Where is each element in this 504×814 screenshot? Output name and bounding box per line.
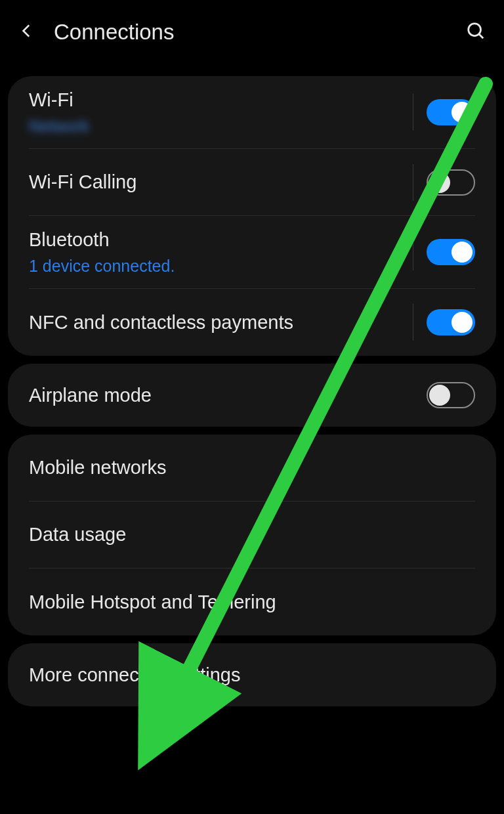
nfc-text: NFC and contactless payments xyxy=(29,311,293,335)
back-icon[interactable] xyxy=(18,22,35,42)
bluetooth-toggle[interactable] xyxy=(427,239,475,265)
airplane-label: Airplane mode xyxy=(29,383,152,408)
divider xyxy=(413,94,413,131)
mobile-networks-label: Mobile networks xyxy=(29,456,167,481)
airplane-toggle[interactable] xyxy=(427,382,475,408)
svg-point-0 xyxy=(469,24,481,36)
mobile-hotspot-text: Mobile Hotspot and Tethering xyxy=(29,590,276,615)
data-usage-row[interactable]: Data usage xyxy=(29,502,475,568)
wifi-calling-text: Wi-Fi Calling xyxy=(29,170,136,195)
nfc-right xyxy=(413,304,475,341)
wifi-calling-right xyxy=(413,164,475,201)
mobile-networks-row[interactable]: Mobile networks xyxy=(29,435,475,502)
nfc-label: NFC and contactless payments xyxy=(29,311,293,335)
mobile-networks-text: Mobile networks xyxy=(29,456,167,481)
divider xyxy=(413,164,413,201)
settings-group-4: More connection settings xyxy=(8,643,496,706)
bluetooth-label: Bluetooth xyxy=(29,228,175,253)
settings-group-2: Airplane mode xyxy=(8,364,496,427)
more-connection-label: More connection settings xyxy=(29,663,240,688)
wifi-sub: Network xyxy=(29,116,89,137)
svg-line-1 xyxy=(479,34,483,38)
wifi-calling-row[interactable]: Wi-Fi Calling xyxy=(29,149,475,216)
mobile-hotspot-label: Mobile Hotspot and Tethering xyxy=(29,590,276,615)
data-usage-text: Data usage xyxy=(29,523,126,547)
wifi-row[interactable]: Wi-Fi Network xyxy=(29,76,475,149)
bluetooth-right xyxy=(413,234,475,270)
page-title: Connections xyxy=(54,20,174,45)
wifi-text: Wi-Fi Network xyxy=(29,88,89,137)
airplane-row[interactable]: Airplane mode xyxy=(29,364,475,427)
bluetooth-row[interactable]: Bluetooth 1 device connected. xyxy=(29,216,475,289)
settings-group-3: Mobile networks Data usage Mobile Hotspo… xyxy=(8,435,496,635)
airplane-right xyxy=(427,382,475,408)
wifi-calling-label: Wi-Fi Calling xyxy=(29,170,136,195)
more-connection-row[interactable]: More connection settings xyxy=(29,643,475,706)
nfc-toggle[interactable] xyxy=(427,309,475,335)
bluetooth-text: Bluetooth 1 device connected. xyxy=(29,228,175,276)
mobile-hotspot-row[interactable]: Mobile Hotspot and Tethering xyxy=(29,568,475,635)
divider xyxy=(413,304,413,341)
header: Connections xyxy=(0,0,504,58)
more-connection-text: More connection settings xyxy=(29,663,240,688)
data-usage-label: Data usage xyxy=(29,523,126,547)
wifi-label: Wi-Fi xyxy=(29,88,89,113)
settings-group-1: Wi-Fi Network Wi-Fi Calling Bluetooth 1 … xyxy=(8,76,496,356)
search-icon[interactable] xyxy=(466,21,486,43)
wifi-right xyxy=(413,94,475,131)
airplane-text: Airplane mode xyxy=(29,383,152,408)
bluetooth-sub: 1 device connected. xyxy=(29,255,175,277)
wifi-toggle[interactable] xyxy=(427,99,475,125)
wifi-calling-toggle[interactable] xyxy=(427,169,475,196)
header-left: Connections xyxy=(18,20,174,45)
nfc-row[interactable]: NFC and contactless payments xyxy=(29,289,475,356)
divider xyxy=(413,234,413,270)
